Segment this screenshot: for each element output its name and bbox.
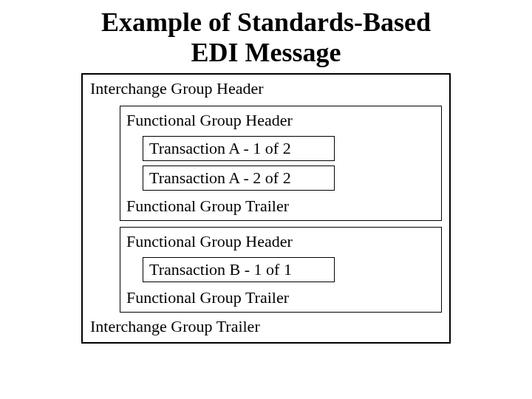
title-line-1: Example of Standards-Based	[0, 7, 532, 38]
functional-group-trailer: Functional Group Trailer	[126, 195, 435, 217]
functional-group-a: Functional Group Header Transaction A - …	[120, 106, 442, 221]
interchange-trailer: Interchange Group Trailer	[90, 316, 442, 338]
interchange-header: Interchange Group Header	[90, 78, 442, 100]
functional-group-b: Functional Group Header Transaction B - …	[120, 227, 442, 313]
functional-group-header: Functional Group Header	[126, 109, 435, 132]
title-line-2: EDI Message	[0, 38, 532, 68]
functional-group-trailer: Functional Group Trailer	[126, 287, 435, 309]
interchange-box: Interchange Group Header Functional Grou…	[81, 73, 451, 344]
transaction-box: Transaction A - 1 of 2	[143, 136, 335, 161]
functional-group-header: Functional Group Header	[126, 231, 435, 253]
diagram-title: Example of Standards-Based EDI Message	[0, 7, 532, 69]
transaction-box: Transaction A - 2 of 2	[143, 166, 335, 191]
transaction-box: Transaction B - 1 of 1	[143, 257, 335, 282]
